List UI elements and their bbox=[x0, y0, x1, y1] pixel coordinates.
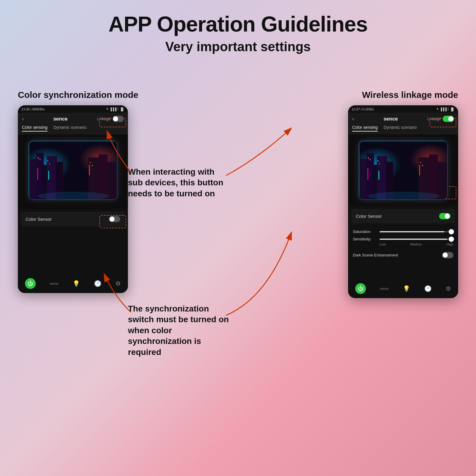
linkage-label-right: Linkage bbox=[427, 117, 441, 121]
toggle-knob-right bbox=[448, 116, 453, 121]
city-scene-right bbox=[359, 141, 448, 200]
svg-rect-35 bbox=[419, 165, 420, 175]
tab-color-sensing-right[interactable]: Color sensing bbox=[352, 125, 378, 131]
svg-rect-34 bbox=[378, 171, 379, 180]
filler-right bbox=[348, 203, 458, 206]
wifi-icon-right: ⌇ bbox=[447, 107, 449, 111]
svg-rect-19 bbox=[92, 165, 93, 166]
svg-rect-33 bbox=[367, 168, 368, 180]
nav-sence-left[interactable]: sence bbox=[50, 282, 58, 285]
sensor-knob-left bbox=[109, 217, 115, 222]
svg-rect-37 bbox=[370, 159, 371, 160]
sensor-row-right: Color Sensor bbox=[351, 209, 455, 223]
svg-rect-13 bbox=[89, 165, 90, 175]
filler-left bbox=[18, 203, 128, 209]
svg-rect-36 bbox=[368, 157, 369, 159]
camera-preview-right bbox=[348, 134, 458, 203]
right-phone-wrapper: Wireless linkage mode 13:37 | 0.1KB/s ✦ … bbox=[348, 90, 458, 298]
page-title: APP Operation Guidelines bbox=[0, 0, 476, 36]
nav-clock-left[interactable]: 🕐 bbox=[94, 280, 101, 287]
sensitivity-low: Low bbox=[380, 242, 386, 246]
camera-image-left bbox=[28, 140, 118, 200]
status-icons-right: ✦ ▐▐▐ ⌇ ▐▌ bbox=[436, 107, 455, 111]
saturation-track[interactable] bbox=[380, 231, 453, 232]
app-header-left: ‹ sence Linkage bbox=[18, 113, 128, 125]
battery-icon-right: ▐▌ bbox=[450, 107, 455, 111]
sensitivity-fill bbox=[380, 239, 447, 240]
back-button-left[interactable]: ‹ bbox=[22, 116, 24, 122]
saturation-label: Saturation bbox=[353, 229, 377, 234]
tab-dynamic-left[interactable]: Dynamic scenario bbox=[54, 125, 87, 131]
status-bar-right: 13:37 | 0.1KB/s ✦ ▐▐▐ ⌇ ▐▌ bbox=[348, 105, 458, 113]
sliders-section: Saturation Sensitivity: Low Medium bbox=[348, 223, 458, 249]
nav-clock-right[interactable]: 🕐 bbox=[424, 285, 432, 292]
nav-light-right[interactable]: 💡 bbox=[403, 285, 410, 292]
bottom-nav-left: ⏻ sence 💡 🕐 ⚙ bbox=[18, 274, 128, 293]
lightbulb-icon-left: 💡 bbox=[73, 280, 80, 287]
linkage-label-left: Linkage bbox=[97, 117, 111, 121]
sensor-toggle-right[interactable] bbox=[439, 213, 450, 219]
app-tabs-right: Color sensing Dynamic scenario bbox=[348, 125, 458, 134]
svg-rect-14 bbox=[38, 157, 39, 159]
top-annotation-text: When interacting with sub devices, this … bbox=[128, 167, 229, 199]
status-bar-left: 13:36 | 600KB/s ✦ ▐▐▐ ⌇ ▐▌ bbox=[18, 105, 128, 113]
toggle-knob-left bbox=[113, 116, 118, 121]
clock-icon-left: 🕐 bbox=[94, 280, 101, 287]
bottom-annotation-box: The synchronization switch must be turne… bbox=[128, 303, 229, 358]
back-button-right[interactable]: ‹ bbox=[352, 116, 354, 122]
dark-scene-row: Dark Scene Enhancement bbox=[348, 249, 458, 261]
linkage-row-left: Linkage bbox=[97, 116, 124, 122]
svg-rect-16 bbox=[47, 160, 48, 162]
saturation-thumb[interactable] bbox=[449, 229, 454, 234]
nav-power-right[interactable]: ⏻ bbox=[355, 283, 366, 294]
svg-rect-11 bbox=[37, 168, 38, 180]
svg-rect-40 bbox=[420, 162, 421, 163]
svg-rect-41 bbox=[422, 165, 423, 166]
tab-color-sensing-left[interactable]: Color sensing bbox=[22, 125, 48, 131]
sensitivity-high: High bbox=[447, 242, 453, 246]
nav-settings-left[interactable]: ⚙ bbox=[115, 280, 121, 287]
sensitivity-track[interactable] bbox=[380, 239, 453, 240]
dark-scene-knob bbox=[443, 253, 448, 258]
svg-rect-38 bbox=[378, 160, 378, 162]
nav-sence-right[interactable]: sence bbox=[380, 287, 389, 290]
bluetooth-icon: ✦ bbox=[106, 107, 109, 111]
nav-sence-label-right: sence bbox=[380, 287, 389, 290]
svg-rect-32 bbox=[436, 162, 448, 200]
svg-rect-10 bbox=[106, 162, 118, 200]
nav-light-left[interactable]: 💡 bbox=[73, 280, 80, 287]
page-subtitle: Very important settings bbox=[0, 39, 476, 54]
city-scene-left bbox=[29, 141, 118, 200]
camera-preview-left bbox=[18, 134, 128, 203]
sensitivity-labels: Low Medium High bbox=[353, 242, 453, 246]
top-annotation-box: When interacting with sub devices, this … bbox=[128, 167, 229, 199]
sensitivity-thumb[interactable] bbox=[449, 237, 454, 242]
dark-filler-right bbox=[348, 261, 458, 279]
linkage-toggle-left[interactable] bbox=[112, 116, 124, 122]
app-tabs-left: Color sensing Dynamic scenario bbox=[18, 125, 128, 134]
sensor-toggle-left[interactable] bbox=[109, 216, 120, 222]
bluetooth-icon-right: ✦ bbox=[436, 107, 439, 111]
dark-filler-left bbox=[18, 226, 128, 274]
nav-settings-right[interactable]: ⚙ bbox=[446, 285, 451, 292]
left-section-label: Color synchronization mode bbox=[18, 90, 138, 100]
gear-icon-left: ⚙ bbox=[115, 280, 121, 287]
battery-icon: ▐▌ bbox=[120, 107, 124, 111]
bottom-nav-right: ⏻ sence 💡 🕐 ⚙ bbox=[348, 279, 458, 298]
clock-icon-right: 🕐 bbox=[424, 285, 432, 292]
linkage-toggle-right[interactable] bbox=[443, 116, 454, 122]
dark-scene-label: Dark Scene Enhancement bbox=[353, 253, 398, 257]
saturation-row: Saturation bbox=[353, 229, 453, 234]
power-button-right[interactable]: ⏻ bbox=[355, 283, 366, 294]
app-header-right: ‹ sence Linkage bbox=[348, 113, 458, 125]
dark-scene-toggle[interactable] bbox=[442, 252, 453, 258]
right-phone-frame: 13:37 | 0.1KB/s ✦ ▐▐▐ ⌇ ▐▌ ‹ sence Linka… bbox=[348, 105, 458, 298]
tab-dynamic-right[interactable]: Dynamic scenario bbox=[384, 125, 417, 131]
bottom-annotation-text: The synchronization switch must be turne… bbox=[128, 303, 229, 358]
sensor-label-right: Color Sensor bbox=[356, 214, 382, 219]
svg-rect-12 bbox=[48, 171, 49, 180]
power-button-left[interactable]: ⏻ bbox=[25, 278, 36, 289]
sensitivity-medium: Medium bbox=[410, 242, 422, 246]
nav-power-left[interactable]: ⏻ bbox=[25, 278, 36, 289]
svg-rect-18 bbox=[90, 162, 91, 163]
